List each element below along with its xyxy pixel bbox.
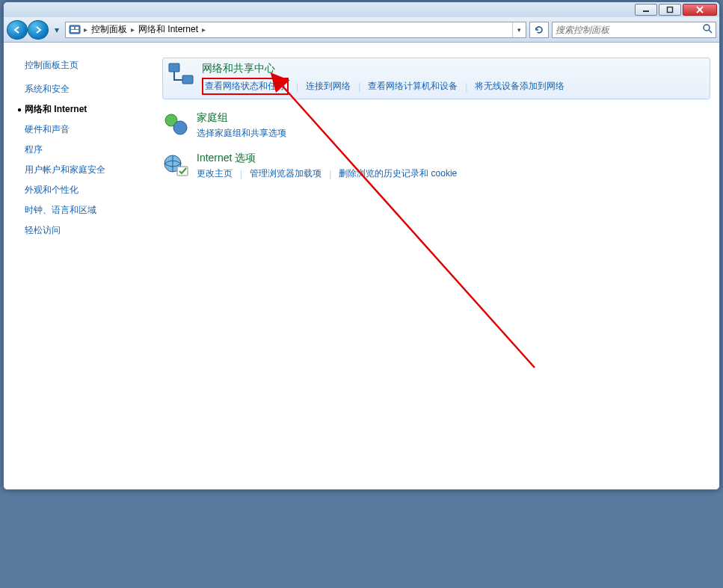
breadcrumb-network-internet[interactable]: 网络和 Internet [138,23,199,36]
sidebar-item-system-security[interactable]: ● 系统和安全 [4,79,153,99]
close-icon [695,6,704,13]
breadcrumb-control-panel[interactable]: 控制面板 [90,23,128,36]
link-separator: | [351,81,368,92]
content-area: 控制面板主页 ● 系统和安全 ● 网络和 Internet ● 硬件和声音 ● … [4,43,719,489]
sidebar-item-label: 用户帐户和家庭安全 [25,164,105,176]
sidebar-item-label: 外观和个性化 [25,184,79,196]
section-title[interactable]: 家庭组 [197,111,710,125]
section-internet-options: Internet 选项 更改主页 | 管理浏览器加载项 | 删除浏览的历史记录和… [162,152,710,180]
search-input[interactable] [556,25,702,35]
sidebar-item-hardware-sound[interactable]: ● 硬件和声音 [4,120,153,140]
sidebar-item-clock-language[interactable]: ● 时钟、语言和区域 [4,200,153,220]
minimize-button[interactable] [635,4,657,16]
homegroup-icon [162,111,189,138]
link-separator: | [289,81,306,92]
section-links: 更改主页 | 管理浏览器加载项 | 删除浏览的历史记录和 cookie [197,167,710,180]
section-links: 查看网络状态和任务 | 连接到网络 | 查看网络计算机和设备 | 将无线设备添加… [202,78,705,95]
link-separator: | [321,169,339,179]
recent-pages-dropdown[interactable]: ▾ [52,25,62,35]
sidebar-item-label: 系统和安全 [25,83,70,96]
svg-rect-13 [177,167,188,176]
svg-point-6 [704,25,710,31]
maximize-button[interactable] [659,4,681,16]
forward-button[interactable] [28,20,49,40]
sidebar-item-user-accounts[interactable]: ● 用户帐户和家庭安全 [4,160,153,180]
sidebar-item-network-internet[interactable]: ● 网络和 Internet [4,99,153,120]
link-view-computers-devices[interactable]: 查看网络计算机和设备 [368,80,458,93]
breadcrumb-separator: ▸ [81,25,90,34]
control-panel-icon [69,24,81,36]
search-box[interactable] [552,22,716,38]
section-body: 网络和共享中心 查看网络状态和任务 | 连接到网络 | 查看网络计算机和设备 |… [202,62,705,95]
svg-rect-1 [668,7,673,13]
link-separator: | [458,81,475,92]
forward-arrow-icon [34,25,43,34]
link-separator: | [233,169,250,179]
svg-rect-4 [76,27,79,29]
titlebar [4,2,719,17]
sidebar-item-ease-of-access[interactable]: ● 轻松访问 [4,220,153,241]
svg-line-7 [709,30,712,33]
svg-rect-9 [182,75,193,84]
link-change-homepage[interactable]: 更改主页 [197,167,233,180]
section-body: 家庭组 选择家庭组和共享选项 [197,111,710,140]
sidebar-item-label: 程序 [25,143,43,156]
search-icon [702,23,713,36]
link-view-network-status[interactable]: 查看网络状态和任务 [202,78,289,95]
svg-rect-3 [71,27,74,29]
back-arrow-icon [13,25,22,34]
back-button[interactable] [7,20,28,40]
link-add-wireless-device[interactable]: 将无线设备添加到网络 [475,80,564,93]
sidebar-item-programs[interactable]: ● 程序 [4,140,153,160]
sidebar-item-label: 时钟、语言和区域 [25,204,96,217]
sidebar-item-label: 硬件和声音 [25,123,70,136]
network-sharing-icon [167,62,194,89]
svg-rect-2 [70,25,80,34]
refresh-button[interactable] [529,22,549,38]
breadcrumb-separator: ▸ [199,25,209,34]
bullet-icon: ● [14,105,25,114]
link-manage-addons[interactable]: 管理浏览器加载项 [250,167,321,180]
internet-options-icon [162,152,189,179]
section-body: Internet 选项 更改主页 | 管理浏览器加载项 | 删除浏览的历史记录和… [197,152,710,180]
sidebar-item-appearance[interactable]: ● 外观和个性化 [4,180,153,200]
section-homegroup: 家庭组 选择家庭组和共享选项 [162,111,710,140]
svg-point-11 [173,121,187,134]
main-panel: 网络和共享中心 查看网络状态和任务 | 连接到网络 | 查看网络计算机和设备 |… [153,43,719,489]
section-links: 选择家庭组和共享选项 [197,127,710,140]
section-title[interactable]: Internet 选项 [197,152,710,165]
address-bar[interactable]: ▸ 控制面板 ▸ 网络和 Internet ▸ ▾ [65,22,526,38]
close-button[interactable] [683,4,717,16]
navbar: ▾ ▸ 控制面板 ▸ 网络和 Internet ▸ ▾ [4,17,719,43]
control-panel-window: ▾ ▸ 控制面板 ▸ 网络和 Internet ▸ ▾ 控制面板主页 [3,1,720,490]
sidebar-title[interactable]: 控制面板主页 [4,56,153,79]
sidebar: 控制面板主页 ● 系统和安全 ● 网络和 Internet ● 硬件和声音 ● … [4,43,153,489]
svg-rect-8 [169,64,179,72]
link-choose-homegroup-options[interactable]: 选择家庭组和共享选项 [197,127,286,140]
link-delete-history[interactable]: 删除浏览的历史记录和 cookie [339,167,457,180]
section-network-sharing: 网络和共享中心 查看网络状态和任务 | 连接到网络 | 查看网络计算机和设备 |… [162,58,710,99]
svg-rect-5 [71,30,79,32]
sidebar-item-label: 轻松访问 [25,224,61,237]
maximize-icon [666,6,674,13]
annotation-arrow [153,43,719,489]
refresh-icon [534,25,544,35]
breadcrumb-separator: ▸ [128,25,138,34]
link-connect-network[interactable]: 连接到网络 [306,80,351,93]
sidebar-item-label: 网络和 Internet [25,103,87,116]
address-dropdown[interactable]: ▾ [512,22,526,37]
section-title[interactable]: 网络和共享中心 [202,62,705,75]
minimize-icon [642,7,650,13]
nav-arrows [7,20,49,40]
